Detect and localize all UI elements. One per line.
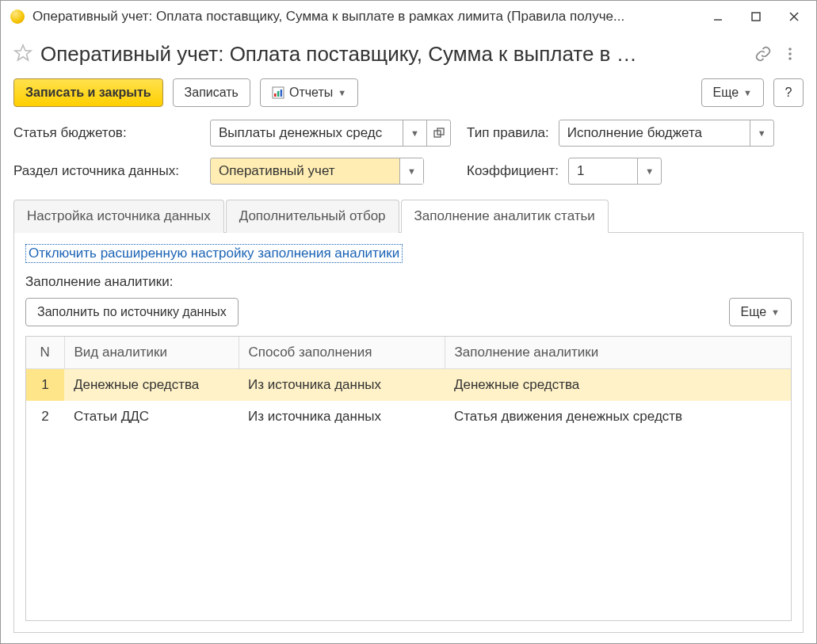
app-window: Оперативный учет: Оплата поставщику, Сум… <box>0 0 817 644</box>
tab-additional-filter[interactable]: Дополнительный отбор <box>226 200 399 233</box>
svg-point-5 <box>788 48 792 51</box>
cell-n: 1 <box>26 369 64 402</box>
svg-point-7 <box>788 57 792 60</box>
page-title: Оперативный учет: Оплата поставщику, Сум… <box>40 42 750 67</box>
source-section-value: Оперативный учет <box>211 158 399 184</box>
source-section-label: Раздел источника данных: <box>13 163 200 179</box>
dropdown-button[interactable]: ▼ <box>637 158 661 184</box>
dropdown-button[interactable]: ▼ <box>750 120 773 146</box>
table-row[interactable]: 1Денежные средстваИз источника данныхДен… <box>26 369 791 402</box>
svg-rect-11 <box>281 90 283 97</box>
coefficient-value: 1 <box>569 158 637 184</box>
cell-method: Из источника данных <box>239 401 445 433</box>
svg-rect-1 <box>752 13 760 21</box>
cell-kind: Денежные средства <box>64 369 239 402</box>
tab-panel-analytics: Отключить расширенную настройку заполнен… <box>13 233 804 633</box>
analytics-table: N Вид аналитики Способ заполнения Заполн… <box>26 337 791 433</box>
analytics-table-wrap: N Вид аналитики Способ заполнения Заполн… <box>25 336 792 621</box>
budget-item-value: Выплаты денежных средс <box>211 120 403 146</box>
save-and-close-button[interactable]: Записать и закрыть <box>13 78 163 107</box>
disable-extended-link[interactable]: Отключить расширенную настройку заполнен… <box>25 244 403 263</box>
source-section-field[interactable]: Оперативный учет ▼ <box>210 158 424 185</box>
more-label: Еще <box>713 86 739 100</box>
minimize-button[interactable] <box>699 5 737 29</box>
link-icon[interactable] <box>750 40 777 67</box>
rule-type-value: Исполнение бюджета <box>559 120 750 146</box>
svg-rect-10 <box>277 91 280 97</box>
coefficient-label: Коэффициент: <box>467 163 559 179</box>
cell-kind: Статьи ДДС <box>64 401 239 433</box>
cell-n: 2 <box>26 401 64 433</box>
tab-analytics-fill[interactable]: Заполнение аналитик статьи <box>401 200 609 233</box>
dropdown-button[interactable]: ▼ <box>403 120 426 146</box>
titlebar: Оперативный учет: Оплата поставщику, Сум… <box>1 1 816 32</box>
table-more-button[interactable]: Еще ▼ <box>729 298 792 326</box>
table-more-label: Еще <box>741 305 767 319</box>
dropdown-button[interactable]: ▼ <box>399 158 423 184</box>
maximize-button[interactable] <box>737 5 775 29</box>
page-header: Оперативный учет: Оплата поставщику, Сум… <box>1 32 816 78</box>
cell-fill: Статья движения денежных средств <box>445 401 791 433</box>
reports-icon <box>272 86 284 99</box>
budget-item-label: Статья бюджетов: <box>13 125 200 141</box>
tabs-container: Настройка источника данных Дополнительны… <box>13 199 804 633</box>
main-toolbar: Записать и закрыть Записать Отчеты ▼ Еще… <box>1 78 816 120</box>
analytics-section-label: Заполнение аналитики: <box>25 274 792 290</box>
fill-by-source-button[interactable]: Заполнить по источнику данных <box>25 298 239 326</box>
rule-type-field[interactable]: Исполнение бюджета ▼ <box>559 120 774 147</box>
close-button[interactable] <box>775 5 813 29</box>
svg-marker-4 <box>15 45 31 60</box>
help-button[interactable]: ? <box>773 78 804 107</box>
kebab-menu-icon[interactable] <box>777 40 804 67</box>
reports-button[interactable]: Отчеты ▼ <box>260 78 358 107</box>
save-button[interactable]: Записать <box>173 78 250 107</box>
app-icon <box>10 10 25 24</box>
more-button[interactable]: Еще ▼ <box>701 78 764 107</box>
tab-source-settings[interactable]: Настройка источника данных <box>13 200 224 233</box>
svg-rect-9 <box>274 93 277 97</box>
cell-fill: Денежные средства <box>445 369 791 402</box>
svg-point-6 <box>788 52 792 55</box>
tab-strip: Настройка источника данных Дополнительны… <box>13 199 804 233</box>
cell-method: Из источника данных <box>239 369 445 402</box>
budget-item-field[interactable]: Выплаты денежных средс ▼ <box>210 120 451 147</box>
chevron-down-icon: ▼ <box>338 88 346 97</box>
window-buttons <box>699 5 813 29</box>
open-button[interactable] <box>426 120 450 146</box>
chevron-down-icon: ▼ <box>771 307 780 317</box>
rule-type-label: Тип правила: <box>467 125 549 141</box>
analytics-toolbar: Заполнить по источнику данных Еще ▼ <box>25 298 792 326</box>
favorite-star-icon[interactable] <box>13 44 32 65</box>
reports-label: Отчеты <box>289 86 333 100</box>
table-row[interactable]: 2Статьи ДДСИз источника данныхСтатья дви… <box>26 401 791 433</box>
col-number[interactable]: N <box>26 337 64 369</box>
form-area: Статья бюджетов: Выплаты денежных средс … <box>1 120 816 196</box>
chevron-down-icon: ▼ <box>743 88 752 97</box>
col-analytics-fill[interactable]: Заполнение аналитики <box>445 337 791 369</box>
coefficient-field[interactable]: 1 ▼ <box>568 158 662 185</box>
col-analytics-kind[interactable]: Вид аналитики <box>64 337 239 369</box>
window-title: Оперативный учет: Оплата поставщику, Сум… <box>32 9 699 25</box>
col-fill-method[interactable]: Способ заполнения <box>239 337 445 369</box>
